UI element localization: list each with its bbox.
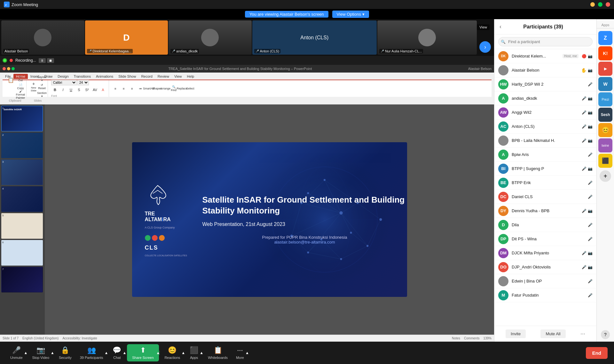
slide-thumb-5[interactable]: 5 [1,213,43,239]
participants-more-button[interactable]: ··· [580,330,585,337]
align-left-btn[interactable]: ≡ [112,85,119,92]
layout-btn[interactable]: Layout ▾ [38,75,46,82]
powerpoint-container: TREA_Satellite InSAR for Ground Settleme… [0,65,494,342]
share-screen-button[interactable]: ⬆ Share Screen [127,344,159,361]
next-button[interactable]: › [479,41,491,53]
shadow-btn[interactable]: S² [83,86,91,94]
smartart-btn[interactable]: SmartArt [145,85,153,92]
yellow-app-button[interactable]: ⬛ [598,154,612,168]
mute-all-button[interactable]: Mute All [540,329,565,338]
tab-slideshow[interactable]: Slide Show [116,74,138,79]
slide-thumb-4[interactable]: 4 [1,186,43,212]
arrange-btn[interactable]: Arrange [161,85,169,92]
tab-help[interactable]: Help [185,74,197,79]
participant-name: Edwin | Bina OP [512,279,585,283]
whiteboards-button[interactable]: 📋 Whiteboards [204,344,232,361]
emoji-app-button[interactable]: 😊 [598,123,612,137]
unmute-button[interactable]: 🎤 Unmute [6,344,27,361]
maximize-button[interactable] [598,2,602,7]
select-btn[interactable]: Select [186,85,194,92]
view-button[interactable]: View [477,24,490,30]
bold-btn[interactable]: B [51,86,59,94]
reset-btn[interactable]: ↺ Reset [38,83,46,90]
view-options-button[interactable]: View Options ▾ [332,11,369,18]
slide-thumb-1[interactable]: 1 Satellite InSAR [1,106,43,131]
format-painter-btn[interactable]: 🖌 Format Painter [17,91,24,98]
minimize-button[interactable] [590,2,595,7]
italic-btn[interactable]: I [59,86,67,94]
twine-app-button[interactable]: twine [598,138,612,152]
zoom-app-button[interactable]: Z [598,31,612,45]
align-center-btn[interactable]: ≡ [120,85,128,92]
pause-recording-button[interactable]: ⏸ [39,58,46,63]
participant-name: Anggi Wil2 [512,110,579,115]
font-color-btn[interactable]: A [99,86,107,94]
video-thumb-direktorat[interactable]: D 🎤 Direktorat Kelembagaa... [85,20,168,55]
unmute-caret[interactable]: ▲ [24,351,28,355]
slide-thumb-6[interactable]: 6 [1,240,43,266]
stop-video-caret[interactable]: ▲ [51,351,54,355]
copy-btn[interactable]: 📄 Copy [17,83,24,90]
direktorat-name: Direktorat Kelembagaa... [93,49,132,53]
slide-thumb-2[interactable]: 2 [1,133,43,158]
sesh-icon: Sesh [601,112,610,117]
collapse-panel-button[interactable]: ‹ [500,23,501,30]
tab-design[interactable]: Design [55,74,71,79]
red-app-button[interactable]: ▶ [598,62,612,76]
tab-record[interactable]: Record [138,74,155,79]
participants-panel: ‹ Participants (39) DK Direktorat Kelem.… [494,19,596,342]
participants-caret[interactable]: ▲ [104,351,108,355]
share-screen-caret[interactable]: ▲ [156,351,160,355]
close-button[interactable] [606,2,610,7]
end-meeting-button[interactable]: End [586,347,608,359]
slide-prepared-for: Prepared for PUPR Bina Konstruksi Indone… [202,235,407,240]
video-thumb-nuraulia[interactable]: 🎤 Nur Aulia Hamzah-CL... [377,20,477,55]
video-thumb-anton[interactable]: Anton (CLS) 🎤 Anton (CLS) [252,20,377,55]
avatar: D [498,220,508,230]
sesh-app-button[interactable]: Sesh [598,108,612,122]
paste-btn[interactable]: 📋 [6,75,16,85]
tab-review[interactable]: Review [155,74,172,79]
search-participant-input[interactable] [498,37,593,46]
word-app-button[interactable]: W [598,77,612,91]
tab-animations[interactable]: Animations [93,74,116,79]
add-app-button[interactable]: + [600,170,611,182]
participants-toolbar-button[interactable]: 👥 39 Participants [76,344,107,361]
cls-dot-red [152,235,158,241]
align-right-btn[interactable]: ≡ [128,85,136,92]
more-caret[interactable]: ▲ [245,351,249,355]
twine-icon: twine [602,144,609,147]
strikethrough-btn[interactable]: S [75,86,83,94]
audio-icon: 🔴 [582,54,586,58]
find-btn[interactable]: 🔍 Find [170,85,177,92]
replace-btn[interactable]: Replace [178,85,186,92]
security-button[interactable]: 🔒 Security [55,344,75,361]
prezi-app-button[interactable]: Prezi [598,92,612,106]
section-btn[interactable]: Section ▾ [38,91,46,98]
camera-icon: 📷 [588,68,593,73]
cut-btn[interactable]: ✂ Cut [17,75,24,82]
shapes-btn[interactable]: Shapes [153,85,161,92]
kahoot-app-button[interactable]: K! [598,46,612,60]
chat-caret[interactable]: ▲ [122,351,126,355]
video-thumb-andias[interactable]: 🎤 andias_dksdk [169,20,252,55]
font-size-select[interactable]: 24 [77,80,89,85]
tab-view[interactable]: View [172,74,185,79]
slide-title: Satellite InSAR for Ground Settlement an… [202,195,407,216]
apps-toolbar-caret[interactable]: ▲ [200,351,203,355]
help-button[interactable]: ? [601,330,610,339]
slide-thumb-3[interactable]: 3 [1,159,43,185]
participant-item: DC Daniel CLS 🎤 [494,190,596,204]
font-family-select[interactable]: Calibri [51,80,77,85]
slide-thumb-7[interactable]: 7 [1,267,43,292]
stop-video-button[interactable]: 📷 Stop Video [28,344,53,361]
stop-recording-button[interactable]: ⏹ [47,58,54,63]
underline-btn[interactable]: U [67,86,75,94]
tab-transitions[interactable]: Transitions [71,74,93,79]
new-slide-btn[interactable]: + New Slide [30,81,37,92]
font-spacing-btn[interactable]: AV [91,86,99,94]
invite-button[interactable]: Invite [506,329,526,338]
video-thumb-alastair[interactable]: Alastair Belson [1,20,84,55]
reactions-button[interactable]: 😊 Reactions [161,344,184,361]
reactions-caret[interactable]: ▲ [181,351,185,355]
